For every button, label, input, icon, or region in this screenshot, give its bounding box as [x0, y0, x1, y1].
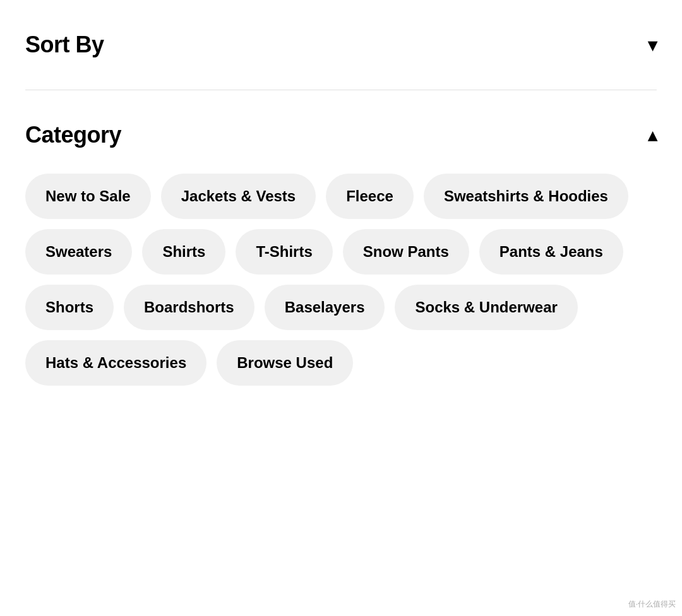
category-pill-pants-jeans[interactable]: Pants & Jeans [479, 229, 623, 275]
category-pill-sweaters[interactable]: Sweaters [25, 229, 132, 275]
category-header[interactable]: Category ▴ [25, 109, 657, 161]
sort-by-chevron-down-icon: ▾ [648, 35, 657, 56]
category-pill-snow-pants[interactable]: Snow Pants [343, 229, 469, 275]
sort-by-title: Sort By [25, 32, 104, 58]
watermark: 值·什么值得买 [628, 599, 676, 610]
category-pill-shorts[interactable]: Shorts [25, 285, 114, 330]
category-pill-browse-used[interactable]: Browse Used [217, 340, 353, 386]
category-pill-new-to-sale[interactable]: New to Sale [25, 174, 151, 219]
category-pill-baselayers[interactable]: Baselayers [265, 285, 385, 330]
category-title: Category [25, 122, 121, 148]
category-pill-sweatshirts-hoodies[interactable]: Sweatshirts & Hoodies [424, 174, 628, 219]
category-pill-fleece[interactable]: Fleece [326, 174, 414, 219]
category-pill-boardshorts[interactable]: Boardshorts [124, 285, 254, 330]
sort-by-header[interactable]: Sort By ▾ [25, 19, 657, 71]
category-pill-jackets-vests[interactable]: Jackets & Vests [161, 174, 316, 219]
category-pill-shirts[interactable]: Shirts [142, 229, 225, 275]
category-grid: New to SaleJackets & VestsFleeceSweatshi… [25, 161, 657, 398]
sort-by-section: Sort By ▾ [0, 0, 682, 90]
category-section: Category ▴ New to SaleJackets & VestsFle… [0, 90, 682, 417]
category-pill-hats-accessories[interactable]: Hats & Accessories [25, 340, 206, 386]
category-pill-t-shirts[interactable]: T-Shirts [236, 229, 332, 275]
category-pill-socks-underwear[interactable]: Socks & Underwear [395, 285, 577, 330]
category-chevron-up-icon: ▴ [648, 125, 657, 146]
